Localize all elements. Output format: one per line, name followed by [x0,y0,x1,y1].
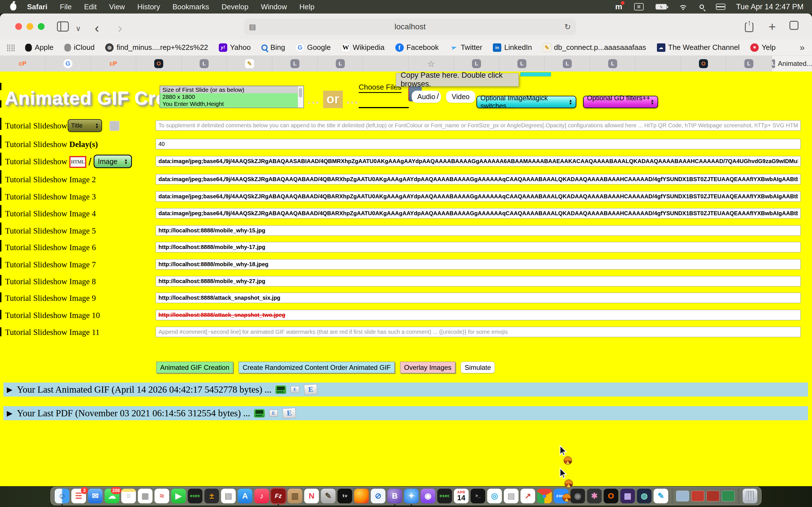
pinned-tab[interactable]: L [318,56,363,71]
bookmark-item[interactable]: ➢ Twitter [449,43,483,52]
bookmark-item[interactable]: iCloud [64,43,95,52]
window-minimize-button[interactable] [27,23,33,30]
dock-app[interactable]: ▦ [620,489,635,503]
dock-app[interactable] [354,489,369,503]
minimized-window[interactable] [676,491,689,501]
image-8-input[interactable] [156,276,801,286]
image-11-input[interactable] [156,327,801,337]
dock-app[interactable]: ± [204,489,219,503]
pinned-tab[interactable]: O [136,56,182,71]
menu-item[interactable]: File [60,3,71,11]
size-option[interactable]: 2880 x 1800 [160,93,298,100]
pinned-tab[interactable] [363,56,409,71]
pager-icon[interactable] [275,385,286,394]
listbox-scrollbar[interactable] [298,86,303,108]
sidebar-chevron-icon[interactable]: ∨ [75,24,81,33]
image-7-input[interactable] [156,259,801,270]
pinned-tab[interactable]: ✎ [227,56,272,71]
dock-app[interactable]: ⊘ [371,489,386,503]
pinned-tab[interactable]: G [45,56,91,71]
menu-item[interactable]: View [109,3,125,11]
action-button[interactable]: Overlay Images [400,362,455,373]
pinned-tab[interactable]: ☆ [409,56,454,71]
trash-icon[interactable] [743,489,757,503]
battery-icon[interactable]: ϟ [656,4,667,10]
dock-app[interactable]: exec [437,489,452,503]
spotlight-icon[interactable] [700,4,704,9]
pager-icon[interactable] [254,409,265,417]
apple-menu-icon[interactable] [10,3,16,10]
dock-app[interactable]: ≈ [154,489,169,503]
image-10-input[interactable] [156,310,801,320]
pinned-tab[interactable]: L [272,56,318,71]
dock-app[interactable]: ✎ [654,489,668,503]
title-input[interactable] [156,120,801,131]
menu-item[interactable]: Window [261,3,287,11]
image-6-input[interactable] [156,242,801,252]
bookmark-item[interactable]: W Wikipedia [342,43,385,52]
menu-bar-clock[interactable]: Tue Apr 14 2:47 PM [736,3,804,11]
dock-app[interactable]: ✦ [404,489,419,503]
image-2-input[interactable] [156,174,801,184]
dock-app[interactable]: tv [338,489,352,503]
tab-overview-icon[interactable] [791,22,799,30]
dock-app[interactable]: ▶ [171,489,186,503]
pinned-tab[interactable]: O [681,56,726,71]
bookmarks-overflow-icon[interactable]: » [800,42,805,53]
dock-app[interactable]: >_ [470,489,485,503]
pinned-tab[interactable]: L [590,56,636,71]
dock-app[interactable]: ◉ [570,489,585,503]
image-9-input[interactable] [156,293,801,303]
gd-filters-select[interactable]: Optional GD filters++ ... ▲▼ [583,96,658,108]
wifi-icon[interactable] [679,3,688,10]
menu-item[interactable]: Safari [27,3,47,11]
dock-app[interactable]: A [238,489,252,503]
dock-app[interactable]: Fz [271,489,286,503]
size-option[interactable]: Size of First Slide (or as below) [160,86,298,93]
dock-app[interactable]: ◍ [637,489,652,503]
menu-item[interactable]: Help [299,3,314,11]
pinned-tab[interactable]: cP [0,56,45,71]
dock-app[interactable]: N [304,489,319,503]
last-pdf-summary[interactable]: ▶ Your Last PDF (November 03 2021 06:14:… [3,406,808,420]
pinned-tab[interactable]: cP [91,56,136,71]
bookmark-item[interactable]: ☁ The Weather Channel [657,43,740,52]
dock-app[interactable]: O [604,489,618,503]
dock-app[interactable]: ☺ [55,489,69,503]
bookmark-item[interactable]: f Facebook [395,43,439,52]
dock-app[interactable]: ▤ [504,489,518,503]
menu-item[interactable]: Edit [84,3,97,11]
pinned-tab[interactable]: L [726,56,772,71]
dock-app[interactable]: ▤ [221,489,236,503]
dock-app[interactable]: ☰ 3 [71,489,86,503]
address-bar[interactable]: ▤ localhost ↻ [244,18,576,35]
minimized-window[interactable] [691,491,704,501]
action-button[interactable]: Animated GIF Creation [156,362,233,373]
bookmark-item[interactable]: ✎ db_connect.p...aaasaaafaas [543,43,646,52]
pinned-tab[interactable]: L [182,56,227,71]
control-center-icon[interactable] [716,4,724,10]
bookmarks-grid-icon[interactable]: ⣿⣿ [6,44,15,52]
bookmark-item[interactable]: ✶ Yelp [750,43,776,52]
imagemagick-select[interactable]: Optional ImageMagick switches ... ▲▼ [476,96,576,108]
sidebar-icon[interactable] [57,21,69,32]
email-small-icon[interactable]: E [291,386,299,393]
bookmark-item[interactable]: y! Yahoo [219,43,251,52]
bookmark-item[interactable]: Bing [261,43,285,52]
slide-size-listbox[interactable]: Size of First Slide (or as below)2880 x … [160,86,304,108]
back-button[interactable]: ‹ [95,20,99,36]
image-3-input[interactable] [156,191,801,202]
image-1-input[interactable] [156,156,801,166]
size-option[interactable]: You Enter Width,Height [160,101,298,108]
dock-app[interactable]: ✉ [88,489,103,503]
pinned-tab[interactable]: L [545,56,590,71]
minimized-window[interactable] [707,491,719,501]
dock-app[interactable]: ▥ [288,489,302,503]
refresh-icon[interactable]: ↻ [564,22,571,32]
menu-item[interactable]: Develop [221,3,248,11]
menu-item[interactable]: History [137,3,160,11]
dock-app[interactable]: ◉ [421,489,435,503]
pinned-tab[interactable]: L [499,56,545,71]
dock-app[interactable]: ✎ [321,489,336,503]
email-large-icon[interactable]: E [304,384,317,395]
